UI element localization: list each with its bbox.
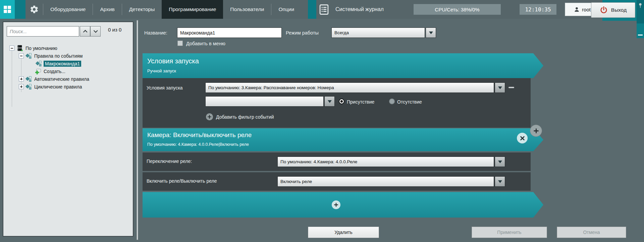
tab-archive[interactable]: Архив bbox=[93, 0, 121, 19]
splitter-handle[interactable] bbox=[137, 20, 138, 240]
tree-item-event-rules[interactable]: Правила по событиям bbox=[3, 52, 83, 60]
clock: 12:10:35 bbox=[519, 4, 557, 15]
chevron-down-icon bbox=[94, 28, 98, 33]
condition-select-arrow-button[interactable] bbox=[495, 82, 505, 93]
collapse-toggle[interactable] bbox=[9, 46, 14, 51]
relay-select-arrow-button[interactable] bbox=[495, 157, 505, 167]
expand-toggle[interactable] bbox=[19, 76, 24, 81]
header-accent-band bbox=[308, 0, 316, 19]
condition-label: Условия запуска bbox=[147, 85, 183, 90]
relay-select[interactable]: По умолчанию: 4.Камера: 4.0.0.Реле bbox=[277, 157, 505, 167]
cancel-button[interactable]: Отмена bbox=[557, 227, 626, 238]
collapse-toggle[interactable] bbox=[19, 53, 24, 58]
condition-select-value[interactable]: По умолчанию: 3.Камера: Распознавание но… bbox=[205, 82, 494, 93]
tree-item-cyclic-rules[interactable]: Циклические правила bbox=[3, 83, 82, 90]
rule-icon bbox=[25, 76, 32, 82]
add-to-menu-checkbox[interactable] bbox=[177, 41, 183, 46]
tab-options[interactable]: Опции bbox=[271, 0, 301, 19]
event-filter-arrow-button[interactable] bbox=[324, 96, 335, 107]
triangle-down-icon bbox=[328, 100, 332, 103]
apply-button[interactable]: Применить bbox=[472, 227, 547, 238]
trigger-section-banner[interactable]: Условия запуска Ручной запуск bbox=[143, 53, 543, 78]
tab-users[interactable]: Пользователи bbox=[223, 0, 271, 19]
add-event-filter-button[interactable] bbox=[206, 113, 213, 120]
tree-item-auto-rules[interactable]: Автоматические правила bbox=[3, 75, 89, 83]
settings-button[interactable] bbox=[25, 0, 43, 19]
tree-item-label: Макрокоманда1 bbox=[44, 61, 81, 67]
remove-condition-button[interactable] bbox=[508, 87, 514, 88]
remove-action-button[interactable] bbox=[517, 133, 528, 143]
minimize-icon bbox=[638, 35, 643, 36]
tab-detectors[interactable]: Детекторы bbox=[122, 0, 162, 19]
presence-label: Присутствие bbox=[347, 99, 374, 105]
relay-select-value[interactable]: По умолчанию: 4.Камера: 4.0.0.Реле bbox=[277, 157, 494, 167]
tree-item-label: Автоматические правила bbox=[34, 76, 89, 82]
logo-accent-strip bbox=[15, 0, 25, 19]
add-section-button[interactable] bbox=[332, 200, 340, 209]
rule-icon bbox=[36, 61, 42, 67]
absence-radio[interactable] bbox=[389, 99, 395, 104]
object-tree-panel: 0 из 0 По умолчанию Правила по событиям … bbox=[3, 21, 133, 237]
tab-programming[interactable]: Программирование bbox=[162, 0, 223, 19]
action-section-title: Камера: Включить/выключить реле bbox=[147, 131, 252, 139]
tab-equipment[interactable]: Оборудование bbox=[43, 0, 93, 19]
expand-toggle[interactable] bbox=[19, 84, 24, 89]
relay-state-select-value[interactable]: Включить реле bbox=[277, 176, 494, 187]
search-prev-button[interactable] bbox=[80, 26, 90, 37]
plus-icon bbox=[334, 202, 338, 207]
trigger-section-subtitle: Ручной запуск bbox=[147, 68, 176, 73]
app-logo[interactable] bbox=[0, 0, 15, 19]
chevron-up-icon bbox=[83, 30, 88, 34]
condition-select[interactable]: По умолчанию: 3.Камера: Распознавание но… bbox=[205, 82, 505, 93]
mode-select-arrow-button[interactable] bbox=[426, 27, 436, 38]
cpu-network-status: CPU/Сеть: 38%/0% bbox=[413, 4, 501, 15]
add-event-filter-label[interactable]: Добавить фильтр событий bbox=[216, 114, 274, 120]
panel-splitter[interactable] bbox=[133, 19, 141, 242]
event-filter-select[interactable] bbox=[205, 96, 335, 107]
triangle-down-icon bbox=[429, 32, 433, 34]
trigger-section-title: Условия запуска bbox=[147, 57, 199, 65]
tree-item-create[interactable]: Создать... bbox=[3, 67, 65, 75]
search-next-button[interactable] bbox=[90, 26, 101, 37]
tree-item-label: Создать... bbox=[44, 69, 65, 74]
system-journal-button[interactable]: Системный журнал bbox=[335, 0, 384, 19]
server-icon bbox=[16, 45, 23, 52]
mode-select-value[interactable]: Всегда bbox=[331, 27, 425, 38]
tree-item-macro1[interactable]: Макрокоманда1 bbox=[3, 60, 81, 67]
triangle-down-icon bbox=[498, 161, 502, 163]
plus-icon bbox=[207, 115, 212, 119]
pin-toolbar[interactable] bbox=[637, 0, 644, 23]
tree-item-label: По умолчанию bbox=[25, 46, 57, 51]
event-filter-select-value[interactable] bbox=[205, 96, 324, 107]
action-section-subtitle: По умолчанию: 4.Камера: 4.0.0.Реле|Включ… bbox=[147, 142, 249, 147]
delete-button[interactable]: Удалить bbox=[308, 227, 379, 238]
triangle-down-icon bbox=[498, 86, 502, 89]
mode-select[interactable]: Всегда bbox=[331, 27, 436, 38]
system-journal-icon[interactable] bbox=[319, 4, 329, 16]
plus-icon bbox=[533, 128, 539, 134]
logout-label: Выход bbox=[611, 7, 627, 13]
logout-button[interactable]: Выход bbox=[591, 2, 635, 18]
create-plus-icon bbox=[35, 68, 42, 75]
presence-radio[interactable] bbox=[339, 99, 344, 104]
user-name: root bbox=[582, 7, 591, 12]
add-action-button[interactable] bbox=[530, 125, 542, 137]
collapse-strip[interactable] bbox=[637, 23, 644, 38]
add-section-band bbox=[143, 192, 543, 218]
tree-item-default[interactable]: По умолчанию bbox=[3, 44, 57, 52]
triangle-down-icon bbox=[498, 180, 502, 183]
add-to-menu-label: Добавить в меню bbox=[186, 41, 225, 46]
relay-state-arrow-button[interactable] bbox=[495, 176, 505, 187]
relay-state-label: Включить реле/Выключить реле bbox=[147, 178, 217, 184]
search-input[interactable] bbox=[7, 26, 79, 37]
macro-name-input[interactable] bbox=[177, 27, 282, 38]
macro-tree: По умолчанию Правила по событиям Макроко… bbox=[3, 42, 133, 236]
close-icon bbox=[520, 136, 525, 141]
user-icon bbox=[574, 7, 580, 12]
gear-icon bbox=[30, 5, 39, 14]
absence-label: Отсутствие bbox=[397, 99, 422, 105]
relay-state-select[interactable]: Включить реле bbox=[277, 176, 505, 187]
grid-icon bbox=[3, 5, 12, 14]
pin-icon bbox=[638, 3, 642, 9]
action-section-banner[interactable]: Камера: Включить/выключить реле По умолч… bbox=[143, 128, 543, 151]
